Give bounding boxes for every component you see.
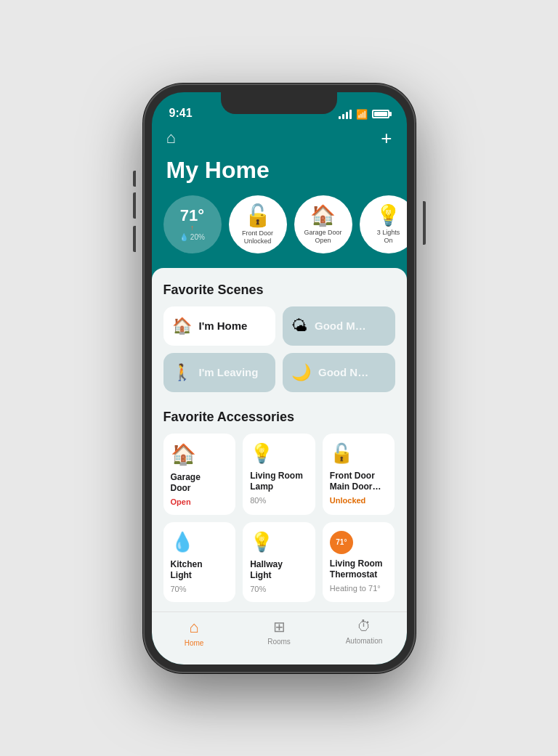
garage-door-tile[interactable]: 🏠 Garage DoorOpen xyxy=(294,195,352,253)
thermostat-name: Living RoomThermostat xyxy=(330,558,388,581)
scenes-grid: 🏠 I'm Home 🌤 Good M… 🚶 I'm Leaving xyxy=(163,306,395,392)
front-door-lock-icon: 🔓 xyxy=(330,442,388,465)
humidity-value: 💧 20% xyxy=(179,233,205,241)
tab-automation[interactable]: ⏱ Automation xyxy=(322,618,407,647)
im-leaving-icon: 🚶 xyxy=(172,363,192,382)
status-icons: 📶 xyxy=(339,109,389,120)
home-nav-icon[interactable]: ⌂ xyxy=(166,129,176,147)
acc-thermostat[interactable]: 71° Living RoomThermostat Heating to 71° xyxy=(323,522,395,602)
kitchen-light-name: KitchenLight xyxy=(171,559,229,582)
thermostat-status: Heating to 71° xyxy=(330,584,388,593)
accessories-title: Favorite Accessories xyxy=(163,410,395,425)
phone-screen: 9:41 📶 ⌂ + My Home xyxy=(152,92,407,664)
front-door-label: Front DoorUnlocked xyxy=(242,229,273,245)
garage-icon: 🏠 xyxy=(310,203,336,227)
good-night-label: Good N… xyxy=(318,366,368,378)
lamp-status: 80% xyxy=(250,496,308,505)
status-time: 9:41 xyxy=(169,107,193,120)
im-home-label: I'm Home xyxy=(199,320,248,332)
scene-im-home[interactable]: 🏠 I'm Home xyxy=(163,306,276,346)
lamp-name: Living RoomLamp xyxy=(250,471,308,493)
hallway-light-icon: 💡 xyxy=(250,531,308,553)
battery-icon xyxy=(372,110,389,118)
lock-icon: 🔓 xyxy=(244,203,271,228)
wifi-icon: 📶 xyxy=(356,109,368,120)
scene-im-leaving[interactable]: 🚶 I'm Leaving xyxy=(163,353,276,392)
accessories-grid: 🏠 GarageDoor Open 💡 Living RoomLamp 80% … xyxy=(163,434,395,602)
header: ⌂ + xyxy=(152,124,407,157)
automation-tab-icon: ⏱ xyxy=(357,618,371,635)
home-tab-label: Home xyxy=(185,639,204,647)
main-section: Favorite Scenes 🏠 I'm Home 🌤 Good M… 🚶 xyxy=(152,268,407,611)
status-row: 71° ↑ 💧 20% 🔓 Front DoorUnlocked 🏠 Garag… xyxy=(152,195,407,268)
scene-good-morning[interactable]: 🌤 Good M… xyxy=(283,306,395,346)
volume-down-button[interactable] xyxy=(133,226,136,252)
front-door-lock-name: Front DoorMain Door… xyxy=(330,471,388,493)
rooms-tab-icon: ⊞ xyxy=(273,618,286,635)
im-leaving-label: I'm Leaving xyxy=(199,366,259,378)
lights-icon: 💡 xyxy=(376,203,401,227)
notch xyxy=(221,92,337,114)
page-title: My Home xyxy=(152,157,407,195)
tab-home[interactable]: ⌂ Home xyxy=(152,618,237,647)
weather-tile[interactable]: 71° ↑ 💧 20% xyxy=(163,195,222,253)
scene-good-night[interactable]: 🌙 Good N… xyxy=(283,353,395,392)
front-door-lock-status: Unlocked xyxy=(330,496,388,505)
automation-tab-label: Automation xyxy=(346,637,383,645)
lamp-icon: 💡 xyxy=(250,442,308,465)
hallway-light-status: 70% xyxy=(250,585,308,593)
garage-door-icon: 🏠 xyxy=(171,442,229,466)
acc-kitchen-light[interactable]: 💧 KitchenLight 70% xyxy=(163,522,236,602)
garage-door-status: Open xyxy=(171,497,229,506)
scroll-area[interactable]: 71° ↑ 💧 20% 🔓 Front DoorUnlocked 🏠 Garag… xyxy=(152,195,407,611)
mute-button[interactable] xyxy=(133,171,136,187)
good-night-icon: 🌙 xyxy=(291,363,311,382)
garage-door-name: GarageDoor xyxy=(171,472,229,495)
lights-label: 3 LightsOn xyxy=(377,229,400,245)
temperature-value: 71° xyxy=(180,208,204,224)
im-home-icon: 🏠 xyxy=(172,317,192,336)
lights-tile[interactable]: 💡 3 LightsOn xyxy=(360,195,407,253)
tab-rooms[interactable]: ⊞ Rooms xyxy=(237,618,322,647)
signal-icon xyxy=(339,110,352,119)
volume-up-button[interactable] xyxy=(133,192,136,219)
tab-bar: ⌂ Home ⊞ Rooms ⏱ Automation xyxy=(152,611,407,664)
power-button[interactable] xyxy=(423,201,426,245)
scenes-title: Favorite Scenes xyxy=(163,283,395,298)
acc-front-door-lock[interactable]: 🔓 Front DoorMain Door… Unlocked xyxy=(323,434,395,515)
kitchen-light-icon: 💧 xyxy=(171,531,229,553)
acc-garage-door[interactable]: 🏠 GarageDoor Open xyxy=(163,434,236,515)
acc-living-room-lamp[interactable]: 💡 Living RoomLamp 80% xyxy=(243,434,315,515)
garage-label: Garage DoorOpen xyxy=(304,229,341,245)
acc-hallway-light[interactable]: 💡 HallwayLight 70% xyxy=(243,522,315,602)
rooms-tab-label: Rooms xyxy=(267,638,291,646)
good-morning-label: Good M… xyxy=(315,320,366,332)
add-button[interactable]: + xyxy=(381,127,392,150)
phone-frame: 9:41 📶 ⌂ + My Home xyxy=(143,84,416,673)
temp-trend-icon: ↑ xyxy=(190,224,194,232)
good-morning-icon: 🌤 xyxy=(291,317,307,336)
front-door-tile[interactable]: 🔓 Front DoorUnlocked xyxy=(229,195,287,253)
hallway-light-name: HallwayLight xyxy=(250,559,308,582)
thermostat-badge: 71° xyxy=(330,531,353,554)
home-tab-icon: ⌂ xyxy=(189,618,198,637)
kitchen-light-status: 70% xyxy=(171,585,229,593)
